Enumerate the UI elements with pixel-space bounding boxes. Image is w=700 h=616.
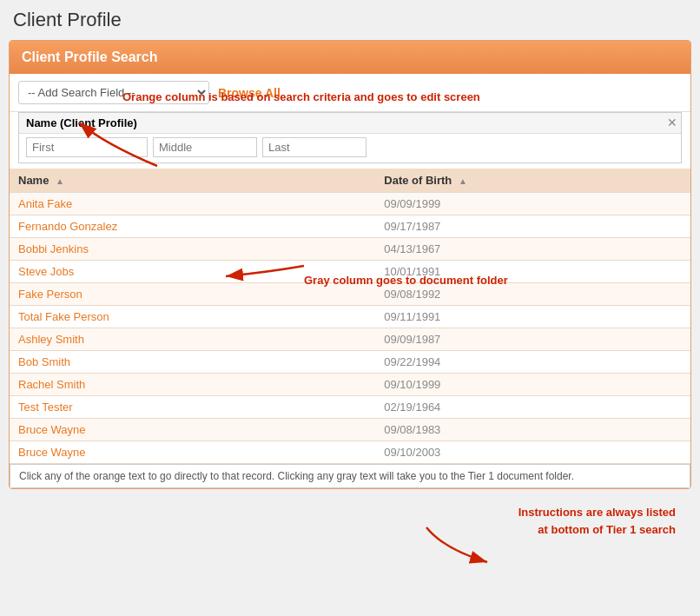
table-cell-name[interactable]: Test Tester <box>10 396 375 419</box>
results-table: Name ▲ Date of Birth ▲ Anita Fake09/09/1… <box>10 169 690 464</box>
table-cell-dob: 02/19/1964 <box>375 396 690 419</box>
add-search-field-select[interactable]: -- Add Search Field -- <box>18 81 209 104</box>
table-cell-dob: 09/10/2003 <box>375 441 690 464</box>
page-title: Client Profile <box>9 9 691 31</box>
table-cell-name[interactable]: Total Fake Person <box>10 306 375 328</box>
name-link[interactable]: Bobbi Jenkins <box>18 242 89 255</box>
name-link[interactable]: Anita Fake <box>18 197 72 210</box>
name-filter-inputs <box>19 134 681 162</box>
name-link[interactable]: Bruce Wayne <box>18 423 86 436</box>
name-link[interactable]: Fake Person <box>18 288 83 301</box>
table-row: Bruce Wayne09/10/2003 <box>10 441 690 464</box>
table-row: Bobbi Jenkins04/13/1967 <box>10 238 690 261</box>
table-cell-dob: 09/09/1987 <box>375 328 690 351</box>
table-cell-name[interactable]: Fernando Gonzalez <box>10 215 375 238</box>
instructions-bar: Click any of the orange text to go direc… <box>10 464 690 488</box>
table-row: Fake Person09/08/1992 <box>10 283 690 306</box>
table-cell-dob: 09/17/1987 <box>375 215 690 238</box>
search-panel: Client Profile Search -- Add Search Fiel… <box>9 40 691 489</box>
table-row: Test Tester02/19/1964 <box>10 396 690 419</box>
last-name-input[interactable] <box>262 137 367 157</box>
table-row: Rachel Smith09/10/1999 <box>10 374 690 396</box>
name-link[interactable]: Fernando Gonzalez <box>18 220 117 233</box>
table-cell-name[interactable]: Steve Jobs <box>10 261 375 283</box>
table-row: Total Fake Person09/11/1991 <box>10 306 690 328</box>
search-controls: -- Add Search Field -- Browse All <box>10 74 690 112</box>
dob-sort-icon: ▲ <box>459 176 467 186</box>
table-cell-name[interactable]: Fake Person <box>10 283 375 306</box>
table-row: Fernando Gonzalez09/17/1987 <box>10 215 690 238</box>
table-cell-dob: 09/10/1999 <box>375 374 690 396</box>
table-cell-dob: 04/13/1967 <box>375 238 690 261</box>
table-cell-dob: 09/08/1992 <box>375 283 690 306</box>
middle-name-input[interactable] <box>153 137 257 157</box>
instructions-annotation: Instructions are always listed at bottom… <box>518 504 676 538</box>
col-dob-header[interactable]: Date of Birth ▲ <box>375 169 690 193</box>
instructions-arrow <box>418 523 522 566</box>
col-name-header[interactable]: Name ▲ <box>10 169 375 193</box>
name-link[interactable]: Ashley Smith <box>18 333 84 346</box>
table-cell-name[interactable]: Rachel Smith <box>10 374 375 396</box>
table-cell-name[interactable]: Bobbi Jenkins <box>10 238 375 261</box>
table-row: Bob Smith09/22/1994 <box>10 351 690 374</box>
name-filter-box: Name (Client Profile) ✕ <box>18 112 682 163</box>
table-cell-name[interactable]: Bruce Wayne <box>10 419 375 441</box>
table-cell-dob: 09/09/1999 <box>375 193 690 215</box>
table-cell-name[interactable]: Bruce Wayne <box>10 441 375 464</box>
table-cell-dob: 09/08/1983 <box>375 419 690 441</box>
name-link[interactable]: Bob Smith <box>18 355 70 368</box>
table-cell-dob: 09/11/1991 <box>375 306 690 328</box>
table-row: Anita Fake09/09/1999 <box>10 193 690 215</box>
name-link[interactable]: Rachel Smith <box>18 378 85 391</box>
table-cell-name[interactable]: Anita Fake <box>10 193 375 215</box>
close-name-filter-button[interactable]: ✕ <box>667 116 677 129</box>
table-cell-name[interactable]: Bob Smith <box>10 351 375 374</box>
table-header-row: Name ▲ Date of Birth ▲ <box>10 169 690 193</box>
name-filter-label: Name (Client Profile) <box>19 113 681 134</box>
browse-all-button[interactable]: Browse All <box>218 86 281 100</box>
search-panel-header: Client Profile Search <box>10 41 690 74</box>
name-link[interactable]: Total Fake Person <box>18 310 109 323</box>
table-cell-dob: 09/22/1994 <box>375 351 690 374</box>
name-link[interactable]: Bruce Wayne <box>18 446 86 459</box>
table-row: Ashley Smith09/09/1987 <box>10 328 690 351</box>
table-row: Steve Jobs10/01/1991 <box>10 261 690 283</box>
table-cell-name[interactable]: Ashley Smith <box>10 328 375 351</box>
table-row: Bruce Wayne09/08/1983 <box>10 419 690 441</box>
first-name-input[interactable] <box>26 137 148 157</box>
name-link[interactable]: Test Tester <box>18 401 73 414</box>
name-link[interactable]: Steve Jobs <box>18 265 74 278</box>
name-sort-icon: ▲ <box>56 176 64 186</box>
table-cell-dob: 10/01/1991 <box>375 261 690 283</box>
